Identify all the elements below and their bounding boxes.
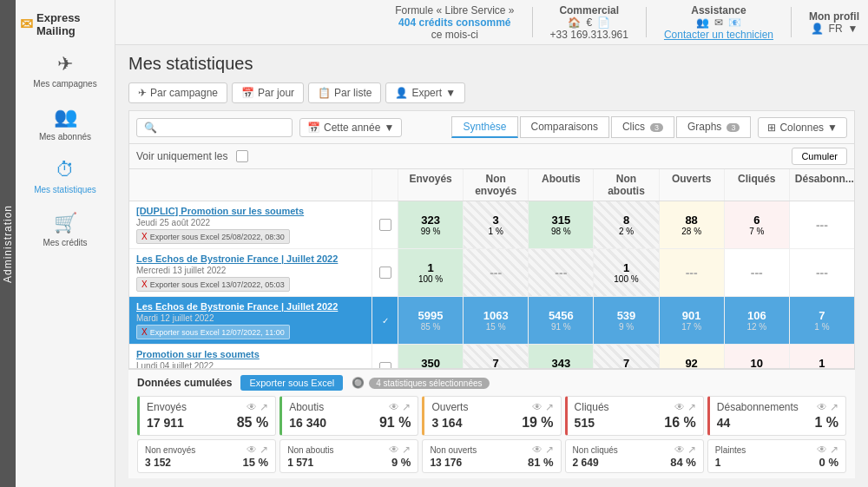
sidebar-item-campaigns[interactable]: ✈ Mes campagnes [16,44,115,97]
stat-cell: 8 2 % [594,201,659,248]
cumul-stat-header: Cliqués 👁 ↗ [575,401,696,413]
sidebar-item-stats[interactable]: ⏱ Mes statistiques [16,150,115,203]
subscribers-label: Mes abonnés [39,132,91,141]
cumul-main-box: Cliqués 👁 ↗ 515 16 % [565,396,704,436]
assistance-section: Assistance 👥 ✉ 📧 Contacter un technicien [664,4,773,41]
search-box[interactable]: 🔍 [136,118,293,137]
phone-number: +33 169.313.961 [550,29,628,41]
campaign-name[interactable]: Les Echos de Bystronie France | Juillet … [136,301,365,312]
eye-icon[interactable]: 👁 [389,401,399,413]
col-header-non-envoyes: Non envoyés [464,169,529,201]
contact-label[interactable]: Contacter un technicien [664,29,773,41]
row-name-cell: Les Echos de Bystronie France | Juillet … [129,249,372,296]
users-icon[interactable]: 👥 [696,16,709,29]
stat-cell: 106 12 % [725,297,790,344]
row-name-cell: Les Echos de Bystronie France | Juillet … [129,297,372,344]
sub-arrow-icon[interactable]: ↗ [687,444,696,456]
tab-comparaisons[interactable]: Comparaisons [520,116,609,138]
sidebar-item-credits[interactable]: 🛒 Mes crédits [16,203,115,256]
table-row[interactable]: Les Echos de Bystronie France | Juillet … [129,249,854,297]
stat-value: 92 [685,357,697,368]
sub-eye-icon[interactable]: 👁 [817,444,827,456]
cumul-main-pct: 19 % [522,415,553,431]
stat-cell: 7 1 % [790,297,854,344]
sub-eye-icon[interactable]: 👁 [532,444,542,456]
campaign-name[interactable]: [DUPLIC] Promotion sur les soumets [136,206,365,216]
cumul-sub-header: Non aboutis 👁 ↗ [287,444,411,456]
table-row[interactable]: Les Echos de Bystronie France | Juillet … [129,297,854,345]
admin-label: Administration [2,204,14,282]
table-row[interactable]: [DUPLIC] Promotion sur les soumetsJeudi … [129,201,854,249]
stat-cell: 6 7 % [725,201,790,248]
tab-synthese[interactable]: Synthèse [451,116,517,138]
cumul-icons: 👁 ↗ [532,401,554,413]
search-icon: 🔍 [144,122,157,134]
cumul-export-button[interactable]: Exporter sous Excel [240,375,343,391]
sub-arrow-icon[interactable]: ↗ [402,444,411,456]
profile-icons: 👤 FR ▼ [811,23,858,35]
row-check-cell[interactable] [372,201,398,248]
profile-section[interactable]: Mon profil 👤 FR ▼ [809,10,859,35]
row-checkbox[interactable]: ✓ [379,314,391,326]
email-icon[interactable]: 📧 [728,16,741,29]
row-check-cell[interactable]: ✓ [372,297,398,344]
sub-eye-icon[interactable]: 👁 [247,444,257,456]
cumul-button[interactable]: Cumuler [792,148,847,165]
export-button[interactable]: X Exporter sous Excel 13/07/2022, 05:03 [136,277,290,292]
tab-par-liste[interactable]: 📋 Par liste [308,82,381,103]
eye-icon[interactable]: 👁 [817,401,827,413]
row-checkbox[interactable] [379,362,391,368]
export-button[interactable]: X Exporter sous Excel 12/07/2022, 11:00 [136,325,290,339]
cumul-main-box: Désabonnements 👁 ↗ 44 1 % [707,396,846,436]
eye-icon[interactable]: 👁 [674,401,685,413]
search-input[interactable] [161,122,285,133]
doc-icon[interactable]: 📄 [597,16,610,29]
cumul-sub-value: 3 152 [145,457,171,469]
tab-graphs[interactable]: Graphs 3 [676,116,751,138]
tab-clics[interactable]: Clics 3 [611,116,674,138]
arrow-icon[interactable]: ↗ [260,401,268,413]
clics-badge: 3 [650,123,663,132]
row-checkbox[interactable] [379,267,391,279]
arrow-icon[interactable]: ↗ [830,401,838,413]
tab-expert[interactable]: 👤 Expert ▼ [385,82,465,103]
campaign-name[interactable]: Les Echos de Bystronie France | Juillet … [136,253,365,264]
stat-value: 7 [819,309,825,322]
arrow-icon[interactable]: ↗ [402,401,411,413]
table-row[interactable]: Promotion sur les soumetsLundi 04 juille… [129,345,854,368]
cumul-sub-data: 2 649 84 % [573,456,696,469]
divider-1 [532,7,533,37]
export-button[interactable]: X Exporter sous Excel 25/08/2022, 08:30 [136,229,290,244]
cumul-title: Données cumulées [137,377,232,389]
stat-value: --- [816,218,828,232]
tab-label-expert: Expert [411,87,442,99]
columns-button[interactable]: ⊞ Colonnes ▼ [758,117,847,138]
arrow-icon[interactable]: ↗ [687,401,696,413]
tab-par-campagne[interactable]: ✈ Par campagne [128,82,227,103]
col-header-check [372,169,398,201]
euro-icon[interactable]: € [586,16,592,29]
date-filter[interactable]: 📅 Cette année ▼ [299,118,402,137]
tab-par-jour[interactable]: 📅 Par jour [232,82,304,103]
row-check-cell[interactable] [372,345,398,368]
row-check-cell[interactable] [372,249,398,296]
sub-eye-icon[interactable]: 👁 [674,444,685,456]
eye-icon[interactable]: 👁 [532,401,542,413]
arrow-icon[interactable]: ↗ [545,401,554,413]
stats-icon: ⏱ [56,159,75,181]
cumul-sub-box: Non ouverts 👁 ↗ 13 176 81 % [422,439,561,473]
sub-arrow-icon[interactable]: ↗ [830,444,838,456]
sub-arrow-icon[interactable]: ↗ [260,444,268,456]
subheader-checkbox[interactable] [236,150,248,162]
sub-arrow-icon[interactable]: ↗ [545,444,554,456]
stats-table-container: 🔍 📅 Cette année ▼ Synthèse Comparaisons [128,110,855,369]
mail-icon[interactable]: ✉ [714,16,723,29]
tab-bar: ✈ Par campagne 📅 Par jour 📋 Par liste 👤 … [128,82,855,103]
campaign-name[interactable]: Promotion sur les soumets [136,349,365,359]
sidebar-item-subscribers[interactable]: 👥 Mes abonnés [16,97,115,150]
stat-value: 88 [685,214,697,227]
eye-icon[interactable]: 👁 [247,401,257,413]
home-icon[interactable]: 🏠 [568,16,581,29]
sub-eye-icon[interactable]: 👁 [389,444,399,456]
row-checkbox[interactable] [379,219,391,231]
